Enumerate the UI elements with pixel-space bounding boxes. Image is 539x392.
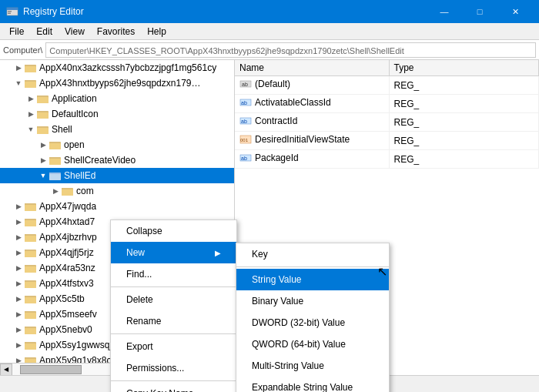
svg-rect-15 xyxy=(37,111,42,112)
cell-name: ab PackageId xyxy=(235,150,389,169)
ctx-collapse[interactable]: Collapse xyxy=(111,220,236,242)
scroll-left-btn[interactable]: ◀ xyxy=(0,364,12,376)
cell-name: 001 DesiredInitialViewState xyxy=(235,132,389,150)
svg-rect-54 xyxy=(25,311,29,313)
submenu[interactable]: Key String Value Binary Value DWORD (32-… xyxy=(236,243,390,392)
expand-icon-com[interactable]: ▶ xyxy=(49,183,62,199)
submenu-multistring[interactable]: Multi-String Value xyxy=(236,355,389,377)
col-name[interactable]: Name xyxy=(235,60,389,76)
menu-file[interactable]: File xyxy=(3,23,30,39)
expand-icon-appx43[interactable]: ▼ xyxy=(12,75,25,91)
expand-icon-appx4j[interactable]: ▶ xyxy=(12,230,25,245)
submenu-qword[interactable]: QWORD (64-bit) Value xyxy=(236,333,389,355)
menu-favorites[interactable]: Favorites xyxy=(91,23,141,39)
cell-type: REG_ xyxy=(389,76,539,95)
tree-label-appx4r: AppX4ra53nz xyxy=(39,263,95,273)
expand-icon-appx5s[interactable]: ▶ xyxy=(12,337,25,353)
expand-icon-shell[interactable]: ▼ xyxy=(25,122,37,137)
scroll-thumb[interactable] xyxy=(20,365,82,374)
tree-item-appx47[interactable]: ▶ AppX47jwqda xyxy=(0,199,234,214)
svg-text:ab: ab xyxy=(241,119,247,124)
svg-rect-42 xyxy=(25,250,29,251)
tree-label-appx40: AppX40nx3azkcsssh7ybcbzzjpgf1mg561cy xyxy=(39,62,216,73)
tree-item-shellcreatevideo[interactable]: ▶ ShellCreateVideo xyxy=(0,152,234,168)
menu-help[interactable]: Help xyxy=(141,23,172,39)
tree-item-shelledit[interactable]: ▼ ShellEd xyxy=(0,168,234,183)
svg-rect-53 xyxy=(25,313,36,319)
expand-icon-shelledit[interactable]: ▼ xyxy=(37,168,49,183)
svg-rect-41 xyxy=(25,251,36,257)
tree-label-appx4h: AppX4hxtad7 xyxy=(39,216,95,227)
tree-item-open[interactable]: ▶ open xyxy=(0,137,234,152)
expand-icon-appx4t[interactable]: ▶ xyxy=(12,276,25,291)
svg-rect-23 xyxy=(49,159,61,165)
ctx-rename[interactable]: Rename xyxy=(111,310,236,332)
table-row[interactable]: ab PackageId REG_ xyxy=(235,150,539,169)
svg-rect-27 xyxy=(49,173,54,174)
svg-rect-26 xyxy=(49,174,61,180)
tree-item-com[interactable]: ▶ com xyxy=(0,183,234,199)
submenu-key[interactable]: Key xyxy=(236,243,389,265)
ctx-find[interactable]: Find... xyxy=(111,263,236,285)
close-button[interactable]: ✕ xyxy=(497,0,533,23)
tree-item-shell[interactable]: ▼ Shell xyxy=(0,122,234,137)
table-row[interactable]: ab ContractId REG_ xyxy=(235,113,539,132)
svg-rect-45 xyxy=(25,265,29,266)
ctx-permissions[interactable]: Permissions... xyxy=(111,357,236,379)
reg-ab-icon3: ab PackageId xyxy=(239,152,299,164)
default-value-icon: ab (Default) xyxy=(239,78,290,90)
maximize-button[interactable]: □ xyxy=(462,0,497,23)
regedit-icon xyxy=(6,5,18,18)
expand-icon-appx5c[interactable]: ▶ xyxy=(12,291,25,307)
svg-rect-56 xyxy=(25,328,36,334)
submenu-binaryvalue[interactable]: Binary Value xyxy=(236,290,389,312)
menu-bar: File Edit View Favorites Help xyxy=(0,23,539,40)
cell-type: REG_ xyxy=(389,132,539,150)
ctx-new[interactable]: New ▶ xyxy=(111,242,236,263)
tree-item-application[interactable]: ▶ Application xyxy=(0,91,234,106)
expand-icon-appx5m[interactable]: ▶ xyxy=(12,307,25,322)
col-type[interactable]: Type xyxy=(389,60,539,76)
submenu-expandablestring[interactable]: Expandable String Value xyxy=(236,377,389,392)
title-bar-buttons: — □ ✕ xyxy=(427,0,533,23)
address-path[interactable]: Computer\HKEY_CLASSES_ROOT\AppX43hnxtbyy… xyxy=(45,42,536,58)
expand-icon-defaulticon[interactable]: ▶ xyxy=(25,106,37,122)
tree-item-appx43[interactable]: ▼ AppX43hnxtbyyps62jhe9sqpdzxn1790zetc xyxy=(0,75,234,91)
minimize-button[interactable]: — xyxy=(427,0,462,23)
expand-icon-appx4q[interactable]: ▶ xyxy=(12,245,25,260)
expand-icon-appx4r[interactable]: ▶ xyxy=(12,260,25,276)
table-row[interactable]: ab ActivatableClassId REG_ xyxy=(235,95,539,113)
ctx-export[interactable]: Export xyxy=(111,336,236,357)
expand-icon-application[interactable]: ▶ xyxy=(25,91,37,106)
expand-icon-appx47[interactable]: ▶ xyxy=(12,199,25,214)
svg-rect-24 xyxy=(49,157,54,159)
svg-rect-57 xyxy=(25,327,29,328)
folder-icon-com xyxy=(62,185,74,197)
expand-icon-appx5n[interactable]: ▶ xyxy=(12,322,25,337)
tree-item-appx40[interactable]: ▶ AppX40nx3azkcsssh7ybcbzzjpgf1mg561cy xyxy=(0,60,234,75)
main-content: ▶ AppX40nx3azkcsssh7ybcbzzjpgf1mg561cy ▼… xyxy=(0,60,539,375)
expand-icon-open[interactable]: ▶ xyxy=(37,137,49,152)
submenu-dword[interactable]: DWORD (32-bit) Value xyxy=(236,312,389,333)
cell-type: REG_ xyxy=(389,113,539,132)
menu-view[interactable]: View xyxy=(59,23,91,39)
context-menu[interactable]: Collapse New ▶ Find... Delete Rename Exp… xyxy=(110,219,237,392)
submenu-stringvalue[interactable]: String Value xyxy=(236,269,389,290)
expand-icon-shellcreatevideo[interactable]: ▶ xyxy=(37,152,49,168)
ctx-sep1 xyxy=(111,286,236,287)
table-row[interactable]: 001 DesiredInitialViewState REG_ xyxy=(235,132,539,150)
svg-rect-14 xyxy=(37,112,49,119)
svg-rect-9 xyxy=(25,80,29,82)
folder-icon-appx4j xyxy=(25,231,37,243)
expand-icon-appx4h[interactable]: ▶ xyxy=(12,214,25,230)
table-row[interactable]: ab (Default) REG_ xyxy=(235,76,539,95)
svg-rect-48 xyxy=(25,280,29,282)
reg-dword-icon: 001 DesiredInitialViewState xyxy=(239,133,350,146)
ctx-delete[interactable]: Delete xyxy=(111,289,236,310)
expand-icon-appx40[interactable]: ▶ xyxy=(12,60,25,75)
ctx-copykeyname[interactable]: Copy Key Name xyxy=(111,383,236,392)
menu-edit[interactable]: Edit xyxy=(30,23,59,39)
address-bar: Computer\ Computer\HKEY_CLASSES_ROOT\App… xyxy=(0,40,539,60)
tree-label-appx4q: AppX4qjfj5rjz xyxy=(39,247,94,258)
tree-item-defaulticon[interactable]: ▶ DefaultIcon xyxy=(0,106,234,122)
